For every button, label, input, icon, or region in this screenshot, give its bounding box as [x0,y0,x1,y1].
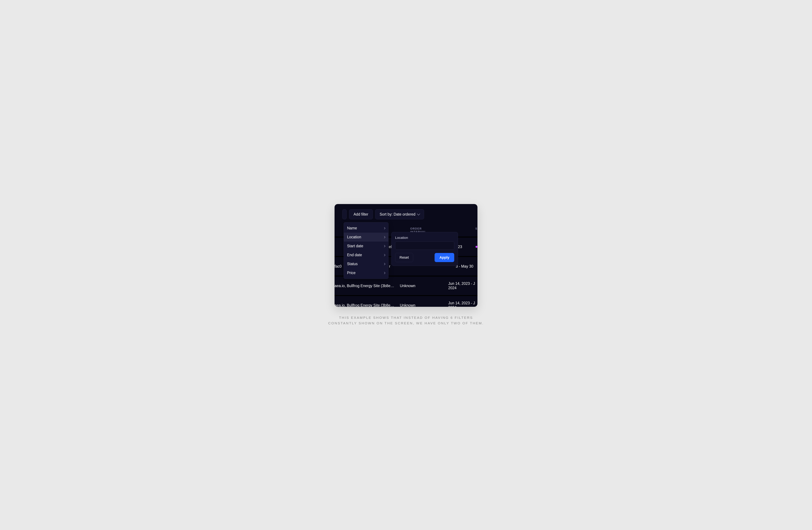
add-filter-button[interactable]: Add filter [349,209,373,219]
cell-interval: 23 [458,245,462,249]
cell-site: aea.io, Bullfrog Energy Site (3b8e… [335,284,394,288]
filter-item-label: Start date [347,244,363,248]
filter-item-label: End date [347,253,362,257]
chevron-right-icon [383,236,386,238]
cell-interval: Jun 14, 2023 - J2024 [448,281,475,290]
filter-item-label: Name [347,226,357,231]
reset-label: Reset [400,255,409,260]
app-window: Add filter Sort by: Date ordered ORDER I… [335,204,477,307]
cell-site: aea.io, Bullfrog Energy Site (3b8e… [335,303,394,307]
example-caption: THIS EXAMPLE SHOWS THAT INSTEAD OF HAVIN… [327,315,485,326]
add-filter-label: Add filter [353,212,368,217]
filter-item-start-date[interactable]: Start date [344,241,388,251]
chevron-right-icon [383,263,386,265]
chevron-right-icon [383,245,386,247]
cell-type: Unknown [400,284,416,288]
filter-panel-actions: Reset Apply [395,253,454,262]
filter-item-price[interactable]: Price [344,268,388,277]
apply-label: Apply [439,255,449,260]
cell-interval: 3 - May 30 [456,264,474,268]
sort-by-dropdown[interactable]: Sort by: Date ordered [375,209,424,219]
filter-item-label: Location [347,235,361,239]
column-header-status-partial: S [475,227,477,234]
cell-site: fac0 [335,264,342,268]
cell-type: r [389,264,390,268]
filter-item-label: Price [347,271,356,275]
filter-panel-location: Location Reset Apply [391,232,458,266]
sort-label: Sort by: Date ordered [380,212,416,217]
toolbar: Add filter Sort by: Date ordered [335,204,477,219]
filter-item-status[interactable]: Status [344,260,388,268]
filter-item-end-date[interactable]: End date [344,251,388,260]
partial-button[interactable] [342,209,347,219]
reset-button[interactable]: Reset [395,253,413,262]
cell-type: Unknown [400,303,416,307]
chevron-right-icon [383,272,386,274]
cell-interval: Jun 14, 2023 - J2024 [448,301,475,307]
filter-menu: Name Location Start date End date Status… [344,222,389,279]
filter-item-location[interactable]: Location [344,233,388,241]
status-dot-icon [476,246,477,248]
table-row[interactable]: aea.io, Bullfrog Energy Site (3b8e… Unkn… [335,295,477,307]
apply-button[interactable]: Apply [435,253,454,262]
filter-panel-label: Location [395,236,454,240]
chevron-right-icon [383,254,386,256]
filter-item-name[interactable]: Name [344,224,388,233]
filter-item-label: Status [347,262,358,266]
chevron-right-icon [383,227,386,229]
location-input[interactable] [395,241,454,250]
chevron-down-icon [417,212,420,215]
